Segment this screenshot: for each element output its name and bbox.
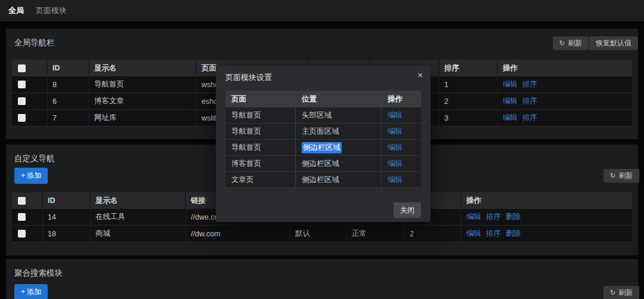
- name-cell: 导航首页: [89, 76, 197, 93]
- id-cell: 6: [48, 93, 89, 110]
- edit-link[interactable]: 编辑: [503, 96, 518, 106]
- sort-cell: 3: [439, 110, 498, 127]
- delete-link[interactable]: 删除: [506, 212, 521, 222]
- add-button[interactable]: + 添加: [14, 168, 48, 184]
- edit-link[interactable]: 编辑: [388, 175, 402, 185]
- id-cell: 18: [43, 226, 91, 242]
- sort-link[interactable]: 排序: [486, 229, 501, 239]
- edit-link[interactable]: 编辑: [388, 127, 402, 137]
- header-display-name: 显示名: [91, 192, 186, 209]
- refresh-icon: ↻: [610, 289, 615, 297]
- header-id: ID: [48, 60, 89, 76]
- modal-header-page: 页面: [225, 91, 296, 107]
- modal-header-row: 页面 位置 操作: [225, 91, 421, 107]
- actions-cell: 编辑 排序 删除: [462, 226, 632, 242]
- actions-cell: 编辑 排序: [498, 76, 632, 93]
- refresh-button[interactable]: ↻ 刷新: [603, 286, 639, 299]
- close-icon[interactable]: ×: [417, 70, 423, 80]
- edit-link[interactable]: 编辑: [388, 143, 402, 153]
- modal-table-row: 文章页 侧边栏区域 编辑: [225, 172, 421, 188]
- position-cell: 侧边栏区域: [296, 172, 382, 188]
- modal-table: 页面 位置 操作 导航首页 头部区域 编辑 导航首页 主页面区域 编辑 导航首页…: [225, 91, 421, 188]
- name-cell: 商城: [91, 226, 186, 242]
- edit-link[interactable]: 编辑: [388, 110, 402, 121]
- actions-cell: 编辑 排序: [498, 110, 632, 127]
- id-cell: 14: [43, 209, 91, 226]
- status-cell: 正常: [347, 226, 405, 242]
- header-display-name: 显示名: [89, 60, 197, 76]
- type-cell: 默认: [290, 226, 347, 242]
- id-cell: 8: [48, 76, 89, 93]
- page-module-settings-modal: 页面模块设置 × 页面 位置 操作 导航首页 头部区域 编辑 导航首页 主页面区…: [216, 66, 431, 222]
- refresh-label: 刷新: [568, 38, 582, 48]
- refresh-button[interactable]: ↻ 刷新: [553, 36, 589, 50]
- sort-link[interactable]: 排序: [522, 96, 537, 106]
- edit-link[interactable]: 编辑: [466, 229, 481, 239]
- modal-table-row: 博客首页 侧边栏区域 编辑: [225, 156, 421, 172]
- checkbox-cell: [12, 93, 48, 110]
- actions-cell: 编辑: [382, 124, 421, 140]
- position-cell: 头部区域: [296, 107, 382, 124]
- edit-link[interactable]: 编辑: [466, 212, 481, 222]
- sort-cell: 2: [439, 93, 498, 110]
- tab-global[interactable]: 全局: [8, 5, 24, 16]
- checkbox-cell: [12, 110, 48, 127]
- page-cell: 博客首页: [225, 156, 296, 172]
- add-button[interactable]: + 添加: [14, 284, 48, 299]
- checkbox-cell: [12, 76, 48, 93]
- actions-cell: 编辑: [382, 172, 421, 188]
- page-cell: 导航首页: [225, 124, 296, 140]
- sort-link[interactable]: 排序: [486, 212, 501, 222]
- modal-table-row: 导航首页 主页面区域 编辑: [225, 124, 421, 140]
- refresh-icon: ↻: [559, 39, 565, 47]
- modal-header-position: 位置: [296, 91, 382, 107]
- modal-header-actions: 操作: [382, 91, 421, 107]
- modal-table-row: 导航首页 侧边栏区域 编辑: [225, 140, 421, 156]
- edit-link[interactable]: 编辑: [388, 159, 402, 169]
- refresh-icon: ↻: [610, 172, 615, 180]
- restore-defaults-button[interactable]: 恢复默认值: [589, 36, 638, 50]
- page-cell: 导航首页: [225, 140, 296, 156]
- page-cell: 导航首页: [225, 107, 296, 124]
- row-checkbox[interactable]: [18, 230, 26, 238]
- checkbox-cell: [12, 226, 43, 242]
- name-cell: 在线工具: [91, 209, 186, 226]
- header-sort: 排序: [439, 60, 498, 76]
- refresh-button[interactable]: ↻ 刷新: [603, 169, 639, 183]
- delete-link[interactable]: 删除: [506, 229, 521, 239]
- select-all-checkbox[interactable]: [18, 64, 26, 72]
- row-checkbox[interactable]: [18, 114, 26, 122]
- header-actions: 操作: [462, 192, 632, 209]
- modal-title: 页面模块设置: [225, 72, 272, 83]
- row-checkbox[interactable]: [18, 81, 26, 88]
- position-cell: 侧边栏区域: [296, 140, 382, 156]
- page-cell: 文章页: [225, 172, 296, 188]
- row-checkbox[interactable]: [18, 97, 26, 105]
- edit-link[interactable]: 编辑: [503, 79, 518, 90]
- selected-position-text: 侧边栏区域: [302, 142, 342, 153]
- sort-link[interactable]: 排序: [522, 113, 537, 123]
- actions-cell: 编辑: [382, 156, 421, 172]
- tab-page-modules[interactable]: 页面模块: [36, 5, 67, 16]
- checkbox-cell: [12, 209, 43, 226]
- actions-cell: 编辑 排序: [498, 93, 632, 110]
- position-cell: 侧边栏区域: [296, 156, 382, 172]
- select-all-checkbox[interactable]: [18, 197, 26, 205]
- actions-cell: 编辑 排序 删除: [462, 209, 632, 226]
- header-actions: 操作: [498, 60, 632, 76]
- link-cell: //dw.com: [186, 226, 290, 242]
- table-row: 18 商城 //dw.com 默认 正常 2 编辑 排序 删除: [12, 226, 632, 242]
- sort-link[interactable]: 排序: [522, 79, 537, 90]
- actions-cell: 编辑: [382, 107, 421, 124]
- modal-close-button[interactable]: 关闭: [394, 202, 421, 218]
- name-cell: 博客文章: [89, 93, 197, 110]
- panel-search-module: 聚合搜索模块 + 添加 ↻ 刷新: [6, 259, 638, 299]
- panel-search-module-title: 聚合搜索模块: [14, 268, 63, 279]
- header-checkbox-cell: [12, 60, 48, 76]
- admin-screen: 全局 页面模块 全局导航栏 ↻ 刷新 恢复默认值 ID 显示名 页面 排序 操作…: [0, 0, 644, 299]
- row-checkbox[interactable]: [18, 213, 26, 221]
- edit-link[interactable]: 编辑: [503, 113, 518, 123]
- sort-cell: 2: [405, 226, 462, 242]
- header-id: ID: [43, 192, 91, 209]
- topbar: 全局 页面模块: [0, 0, 644, 21]
